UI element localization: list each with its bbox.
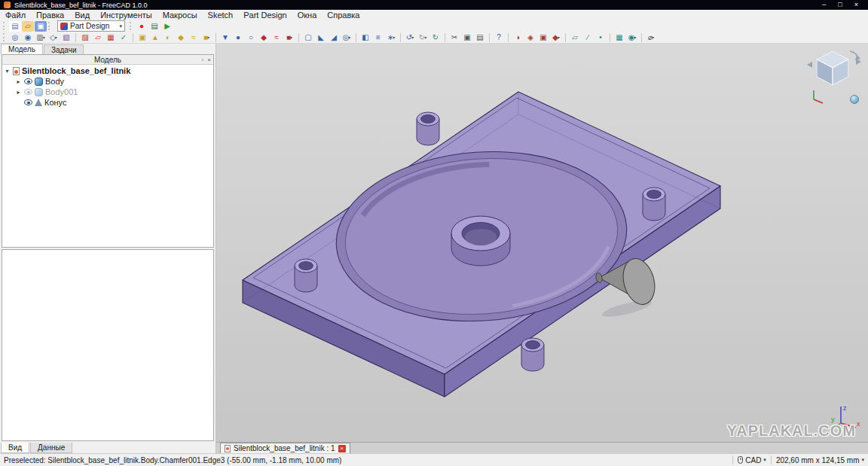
minimize-button[interactable]: – xyxy=(822,0,826,10)
tab-данные[interactable]: Данные xyxy=(30,443,72,453)
new-document-icon[interactable]: ▤ xyxy=(9,21,21,32)
toolbar-grip[interactable] xyxy=(3,33,7,41)
additive-loft-icon[interactable]: ◆ xyxy=(175,32,187,43)
tab-вид[interactable]: Вид xyxy=(1,443,29,453)
document-tab[interactable]: Silentblock_base_bef_litnik : 1 × xyxy=(220,443,350,453)
draw-style-icon[interactable]: ▥▾ xyxy=(35,32,47,43)
create-sketch-icon[interactable]: ▨ xyxy=(79,32,91,43)
linear-pattern-icon[interactable]: ≡ xyxy=(372,32,384,43)
isometric-view-caret[interactable]: ▾ xyxy=(55,35,57,40)
save-icon[interactable]: ▣ xyxy=(35,21,47,32)
isometric-view-icon[interactable]: ◇▾ xyxy=(47,32,60,43)
migrate-icon[interactable]: ◆▾ xyxy=(550,32,562,43)
close-icon[interactable]: × xyxy=(207,55,211,65)
additive-primitive-icon[interactable]: ■▾ xyxy=(200,32,212,43)
tab-задачи[interactable]: Задачи xyxy=(44,44,84,54)
datum-line-icon[interactable]: ∕ xyxy=(582,32,594,43)
snap-icon[interactable]: ◉▾ xyxy=(626,32,638,43)
measure-caret[interactable]: ▾ xyxy=(652,35,654,40)
map-sketch-icon[interactable]: ▦ xyxy=(105,32,117,43)
subtractive-primitive-icon[interactable]: ■▾ xyxy=(283,32,295,43)
polar-pattern-caret[interactable]: ▾ xyxy=(393,35,395,40)
undock-icon[interactable]: ▫ xyxy=(201,55,203,65)
chevron-down-icon[interactable]: ▾ xyxy=(763,457,766,463)
datum-plane-icon[interactable]: ▱ xyxy=(569,32,581,43)
menu-файл[interactable]: Файл xyxy=(0,10,31,20)
toolbar-grip[interactable] xyxy=(48,22,52,30)
corner-hole[interactable] xyxy=(295,259,317,292)
view-size-indicator[interactable]: 202,60 mm x 124,15 mm ▾ xyxy=(776,456,864,464)
clone-icon[interactable]: ▣ xyxy=(537,32,549,43)
menu-правка[interactable]: Правка xyxy=(31,10,69,20)
redo-caret[interactable]: ▾ xyxy=(424,35,426,40)
menu-sketch[interactable]: Sketch xyxy=(203,10,239,20)
draft-icon[interactable]: ◢ xyxy=(328,32,340,43)
viewport[interactable]: z x y YAPLAKAL.COM Silentblock_base_bef_… xyxy=(216,44,868,453)
datum-point-icon[interactable]: • xyxy=(594,32,607,43)
undo-icon[interactable]: ↺▾ xyxy=(404,32,416,43)
mirrored-icon[interactable]: ◧ xyxy=(359,32,371,43)
navigation-cube[interactable] xyxy=(805,47,863,108)
maximize-button[interactable]: □ xyxy=(838,0,842,10)
expander-icon[interactable]: ▾ xyxy=(4,68,11,75)
open-document-icon[interactable]: ▱ xyxy=(22,21,34,32)
whats-this-icon[interactable]: ? xyxy=(493,32,505,43)
workbench-selector[interactable]: Part Design ▾ xyxy=(57,20,125,32)
grid-icon[interactable]: ▦ xyxy=(613,32,625,43)
property-editor[interactable] xyxy=(2,249,214,441)
menu-макросы[interactable]: Макросы xyxy=(157,10,203,20)
appearance-icon[interactable]: ▧ xyxy=(60,32,72,43)
corner-hole[interactable] xyxy=(417,112,439,145)
menu-инструменты[interactable]: Инструменты xyxy=(95,10,157,20)
tab-модель[interactable]: Модель xyxy=(1,44,43,54)
snap-caret[interactable]: ▾ xyxy=(634,35,636,40)
menu-окна[interactable]: Окна xyxy=(292,10,322,20)
boolean-operation-icon[interactable]: ◑ xyxy=(512,32,524,43)
fit-selection-icon[interactable]: ◉ xyxy=(22,32,34,43)
3d-view[interactable] xyxy=(216,44,868,442)
cut-icon[interactable]: ✂ xyxy=(448,32,460,43)
additive-primitive-caret[interactable]: ▾ xyxy=(207,35,209,40)
record-macro-icon[interactable]: ● xyxy=(136,21,148,32)
revolution-icon[interactable]: ◐ xyxy=(162,32,174,43)
pad-icon[interactable]: ▲ xyxy=(149,32,161,43)
undo-caret[interactable]: ▾ xyxy=(411,35,414,40)
fillet-icon[interactable]: ▢ xyxy=(302,32,314,43)
rotate-left-arrow-icon[interactable] xyxy=(807,62,812,68)
redo-icon[interactable]: ↻▾ xyxy=(417,32,429,43)
thickness-icon[interactable]: ◎▾ xyxy=(341,32,353,43)
visibility-eye-icon[interactable] xyxy=(24,89,32,95)
groove-icon[interactable]: ○ xyxy=(245,32,257,43)
measure-icon[interactable]: ⌀▾ xyxy=(645,32,657,43)
visibility-eye-icon[interactable] xyxy=(24,78,32,84)
execute-macro-icon[interactable]: ▶ xyxy=(161,21,173,32)
tree-row-body[interactable]: ▸Body xyxy=(4,76,213,87)
toolbar-grip[interactable] xyxy=(130,22,133,30)
corner-hole[interactable] xyxy=(643,187,665,221)
hole-icon[interactable]: ● xyxy=(232,32,244,43)
corner-hole[interactable] xyxy=(521,338,544,371)
chevron-down-icon[interactable]: ▾ xyxy=(861,457,864,463)
create-body-icon[interactable]: ▣ xyxy=(136,32,148,43)
center-boss[interactable] xyxy=(451,216,510,266)
subtractive-pipe-icon[interactable]: ≈ xyxy=(270,32,283,43)
refresh-icon[interactable]: ↻ xyxy=(429,32,442,43)
migrate-caret[interactable]: ▾ xyxy=(558,35,560,40)
menu-part-design[interactable]: Part Design xyxy=(238,10,292,20)
subtractive-primitive-caret[interactable]: ▾ xyxy=(290,35,292,40)
shape-binder-icon[interactable]: ◈ xyxy=(524,32,536,43)
edit-sketch-icon[interactable]: ▱ xyxy=(92,32,104,43)
paste-icon[interactable]: ▤ xyxy=(474,32,486,43)
macros-dialog-icon[interactable]: ▤ xyxy=(148,21,160,32)
subtractive-loft-icon[interactable]: ◆ xyxy=(258,32,270,43)
pocket-icon[interactable]: ▼ xyxy=(219,32,231,43)
nav-style-selector[interactable]: CAD ▾ xyxy=(738,456,766,464)
close-tab-icon[interactable]: × xyxy=(338,445,346,452)
toolbar-grip[interactable] xyxy=(3,22,7,30)
draw-style-caret[interactable]: ▾ xyxy=(43,35,45,40)
menu-вид[interactable]: Вид xyxy=(69,10,95,20)
chevron-down-icon[interactable]: ▾ xyxy=(119,23,122,29)
expander-icon[interactable]: ▸ xyxy=(15,78,22,85)
tree-row-конус[interactable]: Конус xyxy=(4,97,213,108)
additive-pipe-icon[interactable]: ≈ xyxy=(188,32,200,43)
